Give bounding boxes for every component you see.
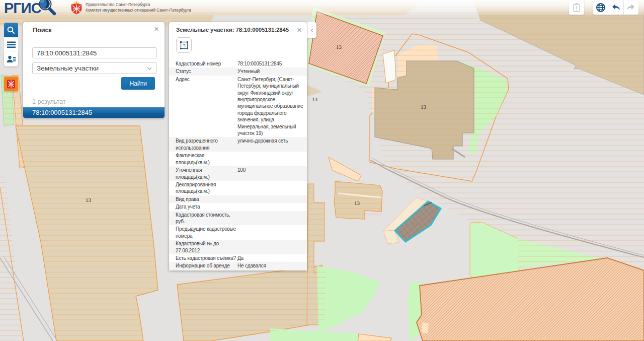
svg-text:13: 13 [354,200,360,206]
svg-text:13: 13 [421,104,427,110]
svg-text:13: 13 [86,197,92,203]
svg-text:13: 13 [336,44,342,50]
svg-text:13: 13 [312,96,318,102]
svg-text:?: ? [183,42,185,48]
